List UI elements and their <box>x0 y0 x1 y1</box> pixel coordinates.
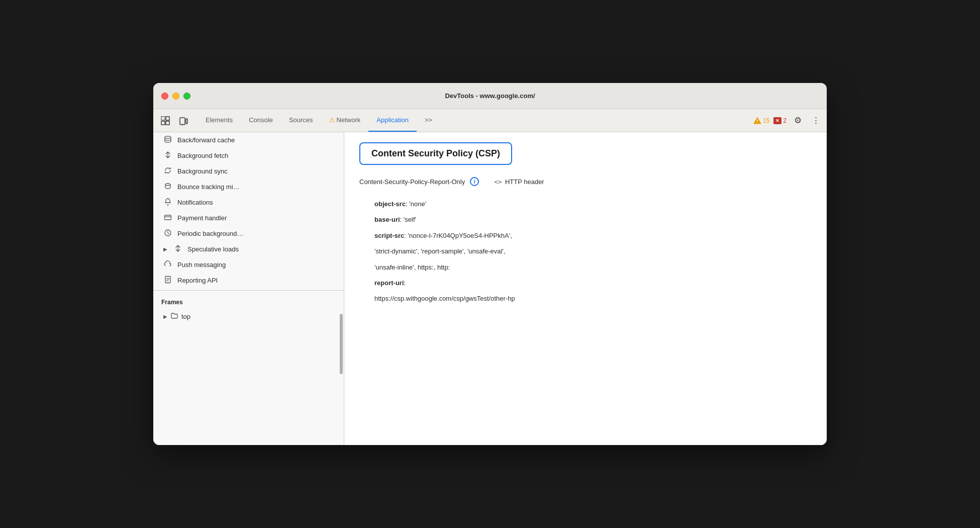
notifications-label: Notifications <box>177 199 213 206</box>
sidebar-scrollbar-track[interactable] <box>340 132 343 435</box>
background-sync-label: Background sync <box>177 167 228 175</box>
sync-icon <box>163 166 172 176</box>
svg-rect-1 <box>166 117 169 120</box>
svg-rect-3 <box>166 121 169 125</box>
directive-value-report-uri-colon: : <box>404 279 406 287</box>
directive-key-script-src: script-src <box>374 232 404 239</box>
tab-list: Elements Console Sources ⚠ Network Appli… <box>198 109 753 132</box>
bell-icon <box>163 198 172 207</box>
sidebar-divider <box>153 290 344 291</box>
sidebar-item-speculative-loads[interactable]: ▶ Speculative loads <box>153 241 344 257</box>
warning-icon: ! <box>753 117 761 124</box>
document-icon <box>163 276 172 285</box>
directive-report-uri-value: https://csp.withgoogle.com/csp/gwsTest/o… <box>374 293 812 304</box>
directive-base-uri: base-uri: 'self' <box>374 214 812 225</box>
sidebar-item-bounce-tracking[interactable]: Bounce tracking mi… <box>153 179 344 195</box>
devtools-window: DevTools - www.google.com/ <box>153 83 827 445</box>
payment-handler-label: Payment handler <box>177 214 227 222</box>
sidebar-item-push-messaging[interactable]: Push messaging <box>153 257 344 273</box>
main-content: Back/forward cache Background fetch Back… <box>153 132 827 445</box>
policy-label: Content-Security-Policy-Report-Only <box>359 178 465 186</box>
sidebar-item-background-sync[interactable]: Background sync <box>153 163 344 179</box>
background-fetch-label: Background fetch <box>177 152 228 159</box>
directive-value-script-src: : 'nonce-l-7rK04QpY5oeS4-HPPkhA', <box>404 232 512 239</box>
error-badge[interactable]: ✕ 2 <box>773 117 787 124</box>
tab-application[interactable]: Application <box>368 109 417 132</box>
directive-key-base-uri: base-uri <box>374 216 400 223</box>
toolbar-right: ! 15 ✕ 2 ⚙ ⋮ <box>753 114 823 128</box>
more-tabs-button[interactable]: >> <box>417 109 440 132</box>
info-icon[interactable]: i <box>470 177 479 186</box>
svg-point-6 <box>182 123 183 124</box>
frames-top-label: top <box>181 313 190 320</box>
device-toolbar-icon[interactable] <box>175 113 191 129</box>
sidebar-item-background-fetch[interactable]: Background fetch <box>153 148 344 163</box>
speculative-loads-icon <box>173 244 182 254</box>
warning-badge[interactable]: ! 15 <box>753 117 769 124</box>
csp-title: Content Security Policy (CSP) <box>371 148 500 158</box>
traffic-lights <box>161 93 190 100</box>
tab-elements[interactable]: Elements <box>198 109 241 132</box>
directive-key-report-uri: report-uri <box>374 279 404 287</box>
sidebar-item-notifications[interactable]: Notifications <box>153 195 344 210</box>
sidebar-item-frames-top[interactable]: ▶ top <box>153 309 344 324</box>
sidebar-item-reporting-api[interactable]: Reporting API <box>153 273 344 288</box>
svg-point-7 <box>165 136 171 138</box>
database-icon <box>163 135 172 145</box>
tab-sources[interactable]: Sources <box>281 109 321 132</box>
svg-rect-2 <box>161 121 165 125</box>
upload-download-icon <box>163 151 172 160</box>
directive-key-object-src: object-src <box>374 200 406 208</box>
minimize-button[interactable] <box>172 93 179 100</box>
cloud-icon <box>163 260 172 270</box>
tab-network[interactable]: ⚠ Network <box>321 109 369 132</box>
sidebar-item-periodic-background[interactable]: Periodic background… <box>153 226 344 241</box>
directive-object-src: object-src: 'none' <box>374 198 812 210</box>
reporting-api-label: Reporting API <box>177 277 218 284</box>
tab-console[interactable]: Console <box>241 109 281 132</box>
directive-value-strict-dynamic: 'strict-dynamic', 'report-sample', 'unsa… <box>374 247 506 255</box>
svg-point-8 <box>165 184 170 186</box>
back-forward-cache-label: Back/forward cache <box>177 136 235 144</box>
directive-value-object-src: : 'none' <box>406 200 426 208</box>
directive-strict-dynamic: 'strict-dynamic', 'report-sample', 'unsa… <box>374 245 812 257</box>
speculative-loads-label: Speculative loads <box>187 245 239 253</box>
policy-directives: object-src: 'none' base-uri: 'self' scri… <box>359 194 812 305</box>
bounce-tracking-label: Bounce tracking mi… <box>177 183 240 191</box>
directive-value-report-uri-url: https://csp.withgoogle.com/csp/gwsTest/o… <box>374 295 515 302</box>
sidebar-item-back-forward-cache[interactable]: Back/forward cache <box>153 132 344 148</box>
more-options-icon[interactable]: ⋮ <box>809 114 823 128</box>
payment-icon <box>163 213 172 223</box>
http-header-text: HTTP header <box>505 178 544 186</box>
bounce-tracking-icon <box>163 182 172 192</box>
directive-report-uri: report-uri: <box>374 277 812 289</box>
policy-row: Content-Security-Policy-Report-Only i <>… <box>359 177 812 186</box>
svg-rect-9 <box>165 215 171 220</box>
svg-rect-0 <box>161 117 165 120</box>
content-panel: Content Security Policy (CSP) Content-Se… <box>344 132 827 445</box>
sidebar-item-payment-handler[interactable]: Payment handler <box>153 210 344 226</box>
sidebar-scrollbar-thumb[interactable] <box>340 314 343 374</box>
maximize-button[interactable] <box>183 93 190 100</box>
push-messaging-label: Push messaging <box>177 261 226 269</box>
close-button[interactable] <box>161 93 168 100</box>
http-header-label: <> HTTP header <box>494 178 544 186</box>
svg-rect-5 <box>186 119 187 124</box>
title-bar: DevTools - www.google.com/ <box>153 83 827 109</box>
folder-icon <box>170 312 178 321</box>
inspect-icon[interactable] <box>157 113 173 129</box>
csp-title-box: Content Security Policy (CSP) <box>359 142 512 165</box>
periodic-background-label: Periodic background… <box>177 230 244 237</box>
clock-icon <box>163 229 172 238</box>
angle-brackets-icon: <> <box>494 178 502 186</box>
network-warning-icon: ⚠ <box>329 116 335 124</box>
toolbar-icon-group <box>157 113 191 129</box>
directive-value-base-uri: : 'self' <box>400 216 416 223</box>
directive-script-src: script-src: 'nonce-l-7rK04QpY5oeS4-HPPkh… <box>374 230 812 241</box>
speculative-loads-expand-icon: ▶ <box>163 246 167 252</box>
error-icon: ✕ <box>773 117 781 124</box>
settings-icon[interactable]: ⚙ <box>791 114 805 128</box>
frames-expand-icon: ▶ <box>163 314 167 319</box>
directive-unsafe-inline: 'unsafe-inline', https:, http: <box>374 261 812 273</box>
directive-value-unsafe-inline: 'unsafe-inline', https:, http: <box>374 263 450 271</box>
